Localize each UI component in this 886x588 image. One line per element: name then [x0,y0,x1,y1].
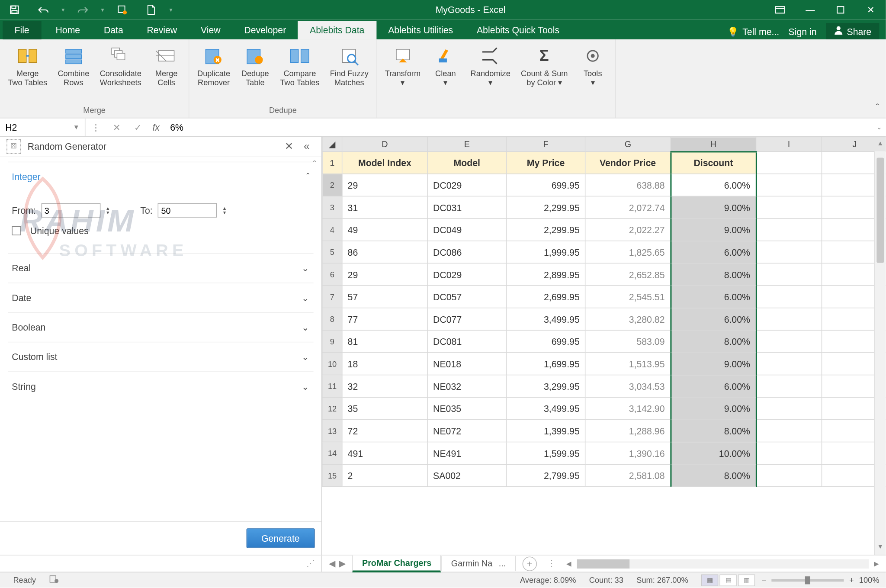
cell[interactable]: 3,142.90 [585,397,671,420]
cell[interactable]: 1,399.95 [506,420,585,442]
tab-file[interactable]: File [3,21,41,40]
formula-expand-icon[interactable]: ⌄ [873,124,886,131]
grid-table[interactable]: ◢DEFGHIJ1Model IndexModelMy PriceVendor … [322,137,886,487]
fbar-more-icon[interactable]: ⋮ [85,122,106,132]
cell[interactable]: DC029 [427,263,506,286]
scroll-down-icon[interactable]: ▼ [875,543,886,555]
ribbon-btn-dedupe-table[interactable]: DedupeTable [237,42,273,104]
maximize-icon[interactable] [825,0,856,20]
sheet-add-button[interactable]: ＋ [522,556,536,571]
cell[interactable]: NE018 [427,353,506,375]
minimize-icon[interactable]: — [795,0,825,20]
cell[interactable]: 1,825.65 [585,241,671,263]
section-date[interactable]: Date ⌄ [8,283,313,312]
ribbon-collapse-icon[interactable]: ˆ [876,102,879,113]
qat-addin-icon[interactable] [108,0,137,20]
table-header-cell[interactable]: Vendor Price [585,151,671,174]
table-header-cell[interactable]: Model [427,151,506,174]
from-input[interactable] [41,203,100,217]
cell[interactable]: 8.00% [671,420,756,442]
ribbon-btn-merge-cells[interactable]: MergeCells [148,42,185,104]
ribbon-btn-gear[interactable]: Tools▾ [575,42,611,114]
macro-record-icon[interactable] [42,575,65,586]
cell[interactable]: 18 [342,353,427,375]
row-header[interactable]: 6 [322,263,342,286]
cell[interactable]: 3,034.53 [585,375,671,398]
cell[interactable]: 49 [342,218,427,241]
cell[interactable]: 699.95 [506,174,585,196]
tab-ablebits-quick-tools[interactable]: Ablebits Quick Tools [465,21,571,40]
unique-checkbox[interactable] [12,226,21,235]
qat-new-icon[interactable] [137,0,166,20]
cell[interactable]: 2,581.08 [585,464,671,487]
cell[interactable]: 29 [342,174,427,196]
cell[interactable]: 638.88 [585,174,671,196]
col-header-I[interactable]: I [756,137,822,151]
cell[interactable]: 8.00% [671,464,756,487]
empty-cell[interactable] [756,397,822,420]
cell[interactable]: 3,280.82 [585,308,671,331]
row-header[interactable]: 10 [322,353,342,375]
fx-icon[interactable]: fx [148,122,164,132]
row-header[interactable]: 8 [322,308,342,331]
cell[interactable]: NE035 [427,397,506,420]
zoom-percent[interactable]: 100% [859,575,880,585]
table-header-cell[interactable]: My Price [506,151,585,174]
hscroll-thumb[interactable] [577,559,629,568]
cell[interactable]: 29 [342,263,427,286]
select-all-corner[interactable]: ◢ [322,137,342,151]
row-header[interactable]: 14 [322,442,342,465]
hscroll-left-icon[interactable]: ◀ [564,560,574,567]
ribbon-btn-sigma[interactable]: ΣCount & Sumby Color ▾ [517,42,572,114]
task-pane-collapse-icon[interactable]: « [299,140,315,152]
cell[interactable]: NE032 [427,375,506,398]
cell[interactable]: 32 [342,375,427,398]
tell-me[interactable]: 💡 Tell me... [727,26,779,36]
cell[interactable]: 2,299.95 [506,218,585,241]
tab-developer[interactable]: Developer [232,21,298,40]
formula-value[interactable]: 6% [164,122,873,132]
qat-customize-icon[interactable]: ▼ [166,0,176,20]
cell[interactable]: DC031 [427,196,506,218]
view-page-layout-icon[interactable]: ▤ [720,574,737,586]
sheet-nav[interactable]: ◀▶ [322,559,352,569]
col-header-H[interactable]: H [671,137,756,151]
cell[interactable]: DC086 [427,241,506,263]
cell[interactable]: 1,699.95 [506,353,585,375]
cell[interactable]: 6.00% [671,286,756,308]
ribbon-btn-compare[interactable]: CompareTwo Tables [276,42,323,104]
cell[interactable]: 8.00% [671,263,756,286]
empty-cell[interactable] [756,353,822,375]
cell[interactable]: 1,288.96 [585,420,671,442]
cell[interactable]: 1,999.95 [506,241,585,263]
ribbon-btn-consolidate[interactable]: ConsolidateWorksheets [96,42,145,104]
tab-ablebits-data[interactable]: Ablebits Data [298,21,376,40]
close-icon[interactable]: ✕ [856,0,886,20]
empty-cell[interactable] [756,420,822,442]
section-integer[interactable]: Integer ˆ [8,162,313,191]
cell[interactable]: 3,299.95 [506,375,585,398]
tab-review[interactable]: Review [135,21,189,40]
tab-data[interactable]: Data [92,21,135,40]
task-pane-close-icon[interactable]: ✕ [279,140,299,153]
row-header[interactable]: 12 [322,397,342,420]
zoom-out-icon[interactable]: − [762,575,767,585]
cell[interactable]: 77 [342,308,427,331]
to-spinner[interactable]: ▲▼ [222,206,227,215]
unique-values-row[interactable]: Unique values [12,225,309,236]
redo-dropdown-icon[interactable]: ▼ [97,0,108,20]
name-box-dropdown-icon[interactable]: ▼ [73,124,80,131]
cell[interactable]: SA002 [427,464,506,487]
ribbon-btn-fuzzy[interactable]: Find FuzzyMatches [326,42,372,104]
cell[interactable]: 2 [342,464,427,487]
cell[interactable]: 2,799.95 [506,464,585,487]
cell[interactable]: 31 [342,196,427,218]
cell[interactable]: 57 [342,286,427,308]
row-header[interactable]: 13 [322,420,342,442]
empty-cell[interactable] [756,263,822,286]
cell[interactable]: 699.95 [506,330,585,353]
cell[interactable]: 3,499.95 [506,308,585,331]
cell[interactable]: 9.00% [671,353,756,375]
cell[interactable]: 86 [342,241,427,263]
sheet-tab-garmin[interactable]: Garmin Na ... [441,556,516,571]
